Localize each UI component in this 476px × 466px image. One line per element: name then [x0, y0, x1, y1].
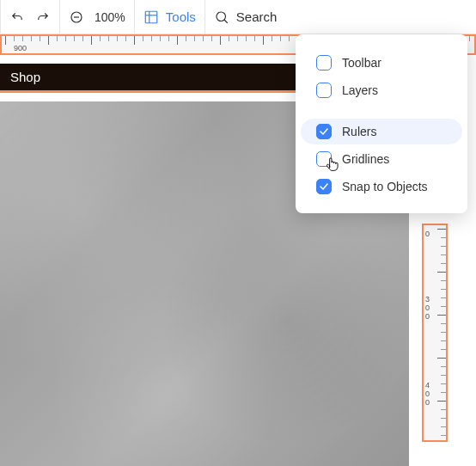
search-label: Search: [236, 9, 278, 24]
ruler-tick: [203, 36, 204, 41]
redo-button[interactable]: [35, 0, 51, 34]
ruler-tick: [168, 36, 169, 41]
ruler-tick: [441, 237, 446, 238]
menu-gap: [296, 103, 467, 119]
ruler-tick: [441, 349, 446, 350]
ruler-tick: [441, 435, 446, 436]
ruler-tick: [441, 392, 446, 393]
ruler-tick: [22, 36, 23, 41]
ruler-tick: [108, 36, 109, 41]
ruler-tick: [272, 36, 272, 41]
ruler-tick: [160, 36, 161, 41]
ruler-tick: [441, 263, 446, 264]
vertical-ruler[interactable]: 0300400: [422, 224, 448, 442]
ruler-tick: [74, 36, 75, 41]
checkbox[interactable]: [316, 151, 332, 167]
ruler-tick: [437, 315, 446, 316]
checkbox[interactable]: [316, 179, 332, 194]
ruler-tick: [441, 409, 446, 410]
menu-item-label: Rulers: [342, 125, 376, 138]
ruler-tick: [437, 358, 446, 359]
nav-shop-link[interactable]: Shop: [10, 70, 40, 84]
ruler-tick: [441, 366, 446, 367]
search-group: Search: [205, 0, 286, 34]
ruler-v-number: 0: [425, 313, 430, 321]
ruler-v-number: 0: [425, 390, 430, 398]
ruler-tick: [65, 36, 66, 41]
ruler-tick: [151, 36, 152, 41]
checkbox[interactable]: [316, 55, 332, 71]
history-group: [1, 0, 59, 34]
menu-group-1: ToolbarLayers: [296, 50, 467, 103]
menu-item-snap-to-objects[interactable]: Snap to Objects: [301, 174, 462, 199]
ruler-v-number: 0: [425, 304, 430, 312]
tools-button[interactable]: Tools: [143, 0, 196, 34]
ruler-tick: [469, 36, 470, 41]
zoom-group: 100%: [60, 0, 134, 34]
ruler-tick: [441, 289, 446, 290]
menu-item-rulers[interactable]: Rulers: [301, 119, 462, 144]
ruler-tick: [289, 36, 290, 41]
search-button[interactable]: Search: [214, 0, 278, 34]
ruler-tick: [14, 36, 15, 41]
ruler-tick: [237, 36, 238, 41]
ruler-tick: [177, 36, 178, 45]
tools-label: Tools: [166, 9, 196, 24]
ruler-tick: [125, 36, 126, 41]
ruler-tick: [280, 36, 281, 41]
ruler-tick: [194, 36, 195, 41]
ruler-tick: [441, 280, 446, 281]
menu-group-2: RulersGridlinesSnap to Objects: [296, 119, 467, 199]
ruler-tick: [82, 36, 83, 41]
ruler-tick: [31, 36, 32, 41]
menu-item-label: Snap to Objects: [342, 180, 428, 193]
app-root: 100% Tools Search 900 S: [0, 0, 476, 466]
checkbox[interactable]: [316, 124, 332, 139]
ruler-h-number: 900: [14, 44, 27, 52]
ruler-v-inner: 0300400: [424, 225, 446, 440]
zoom-out-button[interactable]: [69, 0, 84, 34]
ruler-tick: [220, 36, 221, 45]
ruler-tick: [437, 401, 446, 402]
ruler-tick: [441, 297, 446, 298]
ruler-v-number: 3: [425, 296, 430, 304]
ruler-tick: [134, 36, 135, 45]
menu-item-layers[interactable]: Layers: [301, 77, 462, 103]
ruler-tick: [441, 375, 446, 376]
layout-icon: [143, 9, 159, 25]
ruler-tick: [229, 36, 229, 41]
search-icon: [214, 9, 229, 25]
menu-item-toolbar[interactable]: Toolbar: [301, 50, 462, 76]
tools-dropdown: ToolbarLayers RulersGridlinesSnap to Obj…: [296, 34, 467, 213]
ruler-tick: [441, 246, 446, 247]
zoom-level[interactable]: 100%: [95, 10, 125, 24]
svg-line-6: [224, 20, 228, 23]
checkbox[interactable]: [316, 83, 332, 98]
ruler-tick: [186, 36, 186, 41]
menu-item-gridlines[interactable]: Gridlines: [301, 146, 462, 172]
tools-group: Tools: [135, 0, 204, 34]
undo-button[interactable]: [9, 0, 25, 34]
svg-rect-2: [145, 11, 157, 23]
menu-item-label: Layers: [342, 83, 378, 97]
ruler-tick: [263, 36, 264, 45]
ruler-tick: [441, 383, 446, 384]
ruler-tick: [40, 36, 40, 41]
ruler-tick: [143, 36, 143, 41]
ruler-tick: [437, 229, 446, 230]
ruler-tick: [5, 36, 6, 45]
ruler-tick: [211, 36, 212, 41]
ruler-tick: [437, 272, 446, 273]
ruler-v-number: 4: [425, 382, 430, 389]
ruler-tick: [441, 426, 446, 427]
ruler-tick: [91, 36, 92, 45]
ruler-tick: [57, 36, 58, 41]
ruler-tick: [441, 340, 446, 341]
ruler-v-number: 0: [425, 230, 430, 238]
ruler-tick: [117, 36, 118, 41]
ruler-tick: [48, 36, 49, 45]
ruler-v-number: 0: [425, 399, 430, 407]
ruler-tick: [246, 36, 247, 41]
ruler-tick: [441, 306, 446, 307]
ruler-tick: [441, 323, 446, 324]
